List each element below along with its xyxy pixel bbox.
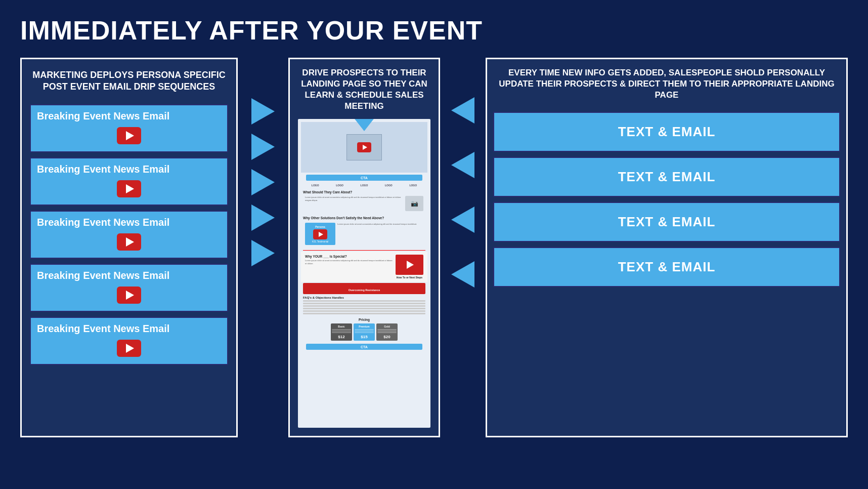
- lp-logo-3: LOGO: [361, 184, 368, 187]
- lp-section2-title: Why Other Solutions Don't Satisfy the Ne…: [303, 216, 425, 220]
- lp-price-basic: $12: [338, 335, 344, 339]
- text-email-label-1: TEXT & EMAIL: [618, 124, 716, 139]
- email-card-5-title: Breaking Event News Email: [37, 323, 169, 335]
- lp-card-name-premium: Premium: [359, 325, 369, 328]
- email-card-4: Breaking Event News Email: [30, 264, 228, 312]
- lp-faq-line-3: [303, 305, 425, 307]
- lp-persona-text: Lorem ipsum dolor sit amet consectetur a…: [337, 223, 423, 226]
- lp-logo-5: LOGO: [409, 184, 417, 187]
- right-col-title: EVERY TIME NEW INFO GETS ADDED, SALESPEO…: [493, 67, 840, 101]
- youtube-btn-3[interactable]: [117, 233, 141, 251]
- lp-persona-label: Persona: [315, 225, 325, 228]
- arrow-left-4: [451, 261, 474, 288]
- center-col-title: DRIVE PROSPECTS TO THEIR LANDING PAGE SO…: [298, 67, 430, 112]
- email-card-3-title: Breaking Event News Email: [37, 217, 169, 228]
- lp-text-block-1: Lorem ipsum dolor sit amet consectetur a…: [305, 196, 403, 211]
- youtube-btn-5[interactable]: [117, 340, 141, 357]
- text-email-card-2: TEXT & EMAIL: [493, 157, 840, 197]
- email-card-1-title: Breaking Event News Email: [37, 110, 169, 122]
- lp-price-card-basic: Basic $12: [331, 323, 352, 341]
- lp-logo-1: LOGO: [312, 184, 319, 187]
- lp-hero: [301, 122, 427, 173]
- landing-page-mockup: CTA LOGO LOGO LOGO LOGO LOGO What Should…: [298, 119, 430, 428]
- lp-cta-bottom-label: CTA: [361, 345, 368, 349]
- lp-pricing-cards: Basic $12 Premium $15 Gold: [303, 323, 425, 341]
- lp-price-gold: $20: [383, 335, 390, 339]
- youtube-btn-4[interactable]: [117, 287, 141, 304]
- youtube-btn-1[interactable]: [117, 127, 141, 144]
- lp-why-title: Why YOUR ___ is Special?: [305, 255, 394, 258]
- lp-cta-bottom[interactable]: CTA: [306, 344, 422, 350]
- lp-why-text: Why YOUR ___ is Special? Lorem ipsum dol…: [305, 255, 394, 279]
- arrow-left-2: [451, 152, 474, 178]
- text-email-card-3: TEXT & EMAIL: [493, 202, 840, 242]
- lp-two-col-special: Why YOUR ___ is Special? Lorem ipsum dol…: [303, 253, 425, 280]
- arrow-right-3: [251, 169, 275, 195]
- left-arrows-col: [238, 58, 288, 266]
- text-email-card-4: TEXT & EMAIL: [493, 247, 840, 287]
- camera-icon: 📷: [411, 200, 418, 207]
- lp-section1-title: What Should They Care About?: [303, 190, 425, 194]
- lp-pricing-section: Pricing Basic $12 Premium $1: [301, 316, 427, 342]
- lp-divider: [303, 250, 425, 251]
- lp-card-name-basic: Basic: [338, 325, 344, 328]
- arrow-right-4: [251, 205, 275, 231]
- email-card-4-title: Breaking Event News Email: [37, 270, 169, 281]
- lp-pricing-title: Pricing: [303, 318, 425, 321]
- lp-down-arrow-icon: [353, 119, 375, 131]
- lp-persona-yt: [313, 229, 327, 239]
- lp-cta-bar[interactable]: CTA: [306, 175, 422, 181]
- lp-section2: Why Other Solutions Don't Satisfy the Ne…: [301, 214, 427, 249]
- email-card-1: Breaking Event News Email: [30, 104, 228, 152]
- text-email-card-1: TEXT & EMAIL: [493, 112, 840, 152]
- lp-camera-img: 📷: [405, 196, 423, 211]
- lp-video-large: [396, 255, 423, 275]
- email-card-3: Breaking Event News Email: [30, 211, 228, 259]
- lp-resistance: Overcoming Resistance: [303, 283, 425, 294]
- lp-faqs-section: FAQ's & Objections Handles: [301, 295, 427, 316]
- lp-next-steps-label: How To or Next Steps: [397, 276, 422, 279]
- lp-persona-block: Persona KOL Testimonial Lorem ipsum dolo…: [303, 221, 425, 247]
- lp-faq-line-5: [303, 310, 425, 312]
- lp-price-premium: $15: [361, 335, 367, 339]
- lp-card-name-gold: Gold: [384, 325, 389, 328]
- text-email-label-3: TEXT & EMAIL: [618, 214, 716, 229]
- page-title: IMMEDIATELY AFTER YOUR EVENT: [20, 15, 848, 46]
- text-email-label-2: TEXT & EMAIL: [618, 169, 716, 184]
- lp-faq-line-2: [303, 303, 425, 304]
- arrow-left-1: [451, 97, 474, 124]
- lp-section1: What Should They Care About? Lorem ipsum…: [301, 188, 427, 214]
- lp-resistance-text: Overcoming Resistance: [349, 289, 380, 292]
- lp-video-container: How To or Next Steps: [396, 255, 423, 279]
- left-column: MARKETING DEPLOYS PERSONA SPECIFIC POST …: [20, 58, 238, 437]
- lp-hero-screen: [346, 134, 382, 160]
- lp-cta-label: CTA: [361, 176, 368, 180]
- right-column: EVERY TIME NEW INFO GETS ADDED, SALESPEO…: [486, 58, 848, 437]
- right-arrows-col: [440, 58, 486, 288]
- email-card-5: Breaking Event News Email: [30, 317, 228, 365]
- lp-hero-yt: [357, 142, 371, 152]
- lp-faqs-title: FAQ's & Objections Handles: [303, 296, 425, 299]
- email-card-2-title: Breaking Event News Email: [37, 164, 169, 175]
- arrow-right-5: [251, 240, 275, 266]
- lp-faq-line-1: [303, 300, 425, 302]
- youtube-btn-2[interactable]: [117, 180, 141, 197]
- lp-faq-line-4: [303, 308, 425, 309]
- center-column: DRIVE PROSPECTS TO THEIR LANDING PAGE SO…: [288, 58, 440, 437]
- arrow-left-3: [451, 207, 474, 233]
- lp-logos-row: LOGO LOGO LOGO LOGO LOGO: [301, 182, 427, 188]
- lp-logo-4: LOGO: [385, 184, 393, 187]
- lp-logo-2: LOGO: [336, 184, 343, 187]
- text-email-label-4: TEXT & EMAIL: [618, 259, 716, 274]
- arrow-right-2: [251, 134, 275, 160]
- arrow-right-1: [251, 98, 275, 125]
- lp-faq-line-6: [303, 313, 425, 314]
- lp-why-section: Why YOUR ___ is Special? Lorem ipsum dol…: [301, 252, 427, 282]
- lp-two-col-1: Lorem ipsum dolor sit amet consectetur a…: [303, 195, 425, 212]
- left-col-title: MARKETING DEPLOYS PERSONA SPECIFIC POST …: [30, 69, 228, 93]
- lp-persona-video: Persona KOL Testimonial: [305, 223, 335, 245]
- email-card-2: Breaking Event News Email: [30, 157, 228, 206]
- lp-price-card-premium: Premium $15: [354, 323, 375, 341]
- lp-kol-label: KOL Testimonial: [312, 240, 329, 243]
- lp-price-card-gold: Gold $20: [376, 323, 398, 341]
